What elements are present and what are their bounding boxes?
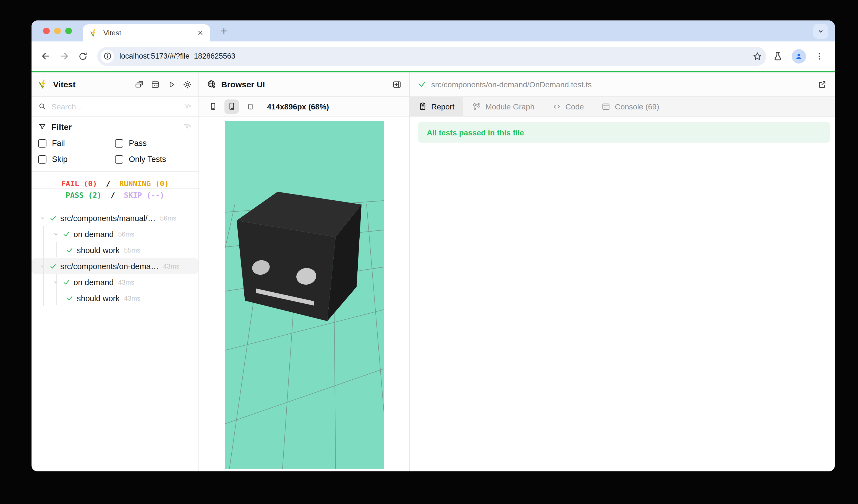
pass-check-icon xyxy=(418,80,426,88)
clear-filter-icon[interactable] xyxy=(184,123,192,131)
vitest-ui: Vitest xyxy=(32,72,835,471)
duration: 56ms xyxy=(118,230,134,238)
report-content: All tests passed in this file xyxy=(410,117,835,471)
tab-report[interactable]: Report xyxy=(410,97,463,116)
filter-option-fail[interactable]: Fail xyxy=(38,139,115,148)
test-status-summary: FAIL (0) / RUNNING (0) PASS (2) / SKIP (… xyxy=(32,172,198,207)
filter-title: Filter xyxy=(51,122,72,131)
browser-toolbar: localhost:5173/#/?file=1828625563 xyxy=(32,42,835,71)
code-icon xyxy=(552,102,561,111)
sidebar-title: Vitest xyxy=(53,80,76,89)
bookmark-star-icon[interactable] xyxy=(752,51,762,61)
report-panel: src/components/on-demand/OnDemand.test.t… xyxy=(410,72,835,471)
tree-guide xyxy=(57,242,57,257)
zoom-window-button[interactable] xyxy=(65,28,72,34)
funnel-icon xyxy=(38,123,46,131)
checkbox[interactable] xyxy=(115,155,123,163)
test-render-canvas[interactable] xyxy=(225,121,384,469)
forward-button[interactable] xyxy=(59,51,70,61)
browser-tab[interactable]: Vitest xyxy=(83,24,210,42)
device-large-mobile-button[interactable] xyxy=(224,99,239,114)
tree-row-file-selected[interactable]: src/components/on-dema… 43ms xyxy=(32,258,198,274)
tree-guide xyxy=(57,274,57,305)
address-bar[interactable]: localhost:5173/#/?file=1828625563 xyxy=(97,47,766,65)
test-file-path: src/components/on-demand/OnDemand.test.t… xyxy=(431,80,592,89)
sidebar: Vitest xyxy=(32,72,199,471)
vitest-logo-icon xyxy=(38,79,49,90)
search-input[interactable] xyxy=(51,102,184,111)
flask-experiments-icon[interactable] xyxy=(773,51,783,61)
tab-module-graph[interactable]: Module Graph xyxy=(463,97,543,116)
duration: 56ms xyxy=(160,214,176,222)
vitest-favicon-icon xyxy=(90,29,98,37)
report-header: src/components/on-demand/OnDemand.test.t… xyxy=(410,72,835,97)
module-graph-icon xyxy=(472,102,481,111)
all-tests-passed-banner: All tests passed in this file xyxy=(418,122,830,143)
tab-title: Vitest xyxy=(104,29,197,37)
pass-check-icon xyxy=(49,214,57,222)
reload-button[interactable] xyxy=(78,51,88,61)
device-toolbar: 414x896px (68%) xyxy=(199,97,409,117)
device-small-mobile-button[interactable] xyxy=(206,99,220,114)
globe-icon xyxy=(207,80,216,89)
duration: 55ms xyxy=(124,246,140,254)
tree-row-suite[interactable]: on demand 56ms xyxy=(32,226,198,242)
back-button[interactable] xyxy=(41,51,51,61)
pass-count: PASS (2) xyxy=(64,191,102,199)
robot-cube xyxy=(237,192,362,321)
dashboard-icon[interactable] xyxy=(151,80,160,89)
filter-option-skip[interactable]: Skip xyxy=(38,155,115,164)
duration: 43ms xyxy=(118,278,134,286)
viewport-size-label: 414x896px (68%) xyxy=(267,102,329,111)
pass-check-icon xyxy=(62,278,70,286)
cascade-windows-icon[interactable] xyxy=(135,80,144,89)
url-text[interactable]: localhost:5173/#/?file=1828625563 xyxy=(120,52,752,60)
search-icon xyxy=(38,102,46,111)
tab-console[interactable]: Console (69) xyxy=(593,97,668,116)
browser-menu-icon[interactable] xyxy=(815,52,824,61)
browser-tab-strip: Vitest xyxy=(32,20,835,42)
site-info-icon[interactable] xyxy=(101,49,114,63)
device-tablet-button[interactable] xyxy=(243,99,258,114)
checkbox[interactable] xyxy=(38,155,46,163)
tab-search-chevron-button[interactable] xyxy=(813,24,828,39)
profile-avatar[interactable] xyxy=(792,49,806,63)
clear-filter-icon[interactable] xyxy=(184,102,192,111)
open-external-icon[interactable] xyxy=(817,80,826,89)
filter-option-pass[interactable]: Pass xyxy=(115,139,192,148)
console-icon xyxy=(602,102,610,111)
fail-count: FAIL (0) xyxy=(60,179,98,188)
new-tab-button[interactable] xyxy=(220,27,228,35)
browser-preview-area xyxy=(199,117,409,471)
browser-ui-panel: Browser UI 414x896px (68%) xyxy=(199,72,410,471)
pass-check-icon xyxy=(62,230,70,238)
checkbox[interactable] xyxy=(115,139,123,147)
checkbox[interactable] xyxy=(38,139,46,147)
chevron-down-icon[interactable] xyxy=(39,215,46,221)
browser-window: Vitest localhost:5173/#/?file=1828625563 xyxy=(32,20,835,471)
chevron-down-icon[interactable] xyxy=(39,263,46,270)
test-tree: src/components/manual/… 56ms on demand 5… xyxy=(32,207,198,471)
clipboard-icon xyxy=(418,102,427,111)
filter-section: Filter Fail Pass Skip Only Tests xyxy=(32,117,198,172)
theme-sun-icon[interactable] xyxy=(183,80,192,89)
filter-option-only-tests[interactable]: Only Tests xyxy=(115,155,192,164)
search-row xyxy=(32,97,198,117)
report-tabs: Report Module Graph Code xyxy=(410,97,835,117)
minimize-window-button[interactable] xyxy=(54,28,61,34)
duration: 43ms xyxy=(124,294,140,302)
close-tab-icon[interactable] xyxy=(197,30,204,36)
toolbar-right-icons xyxy=(773,49,826,63)
chevron-down-icon[interactable] xyxy=(52,279,59,286)
pass-check-icon xyxy=(66,246,74,254)
run-all-icon[interactable] xyxy=(167,80,176,89)
duration: 43ms xyxy=(163,262,179,270)
panel-dock-icon[interactable] xyxy=(393,80,401,89)
chevron-down-icon[interactable] xyxy=(52,231,59,237)
pass-check-icon xyxy=(49,262,57,270)
tree-guide xyxy=(43,226,44,306)
tab-code[interactable]: Code xyxy=(543,97,593,116)
close-window-button[interactable] xyxy=(43,28,50,34)
skip-count: SKIP (--) xyxy=(123,191,165,199)
tree-row-file[interactable]: src/components/manual/… 56ms xyxy=(32,210,198,226)
